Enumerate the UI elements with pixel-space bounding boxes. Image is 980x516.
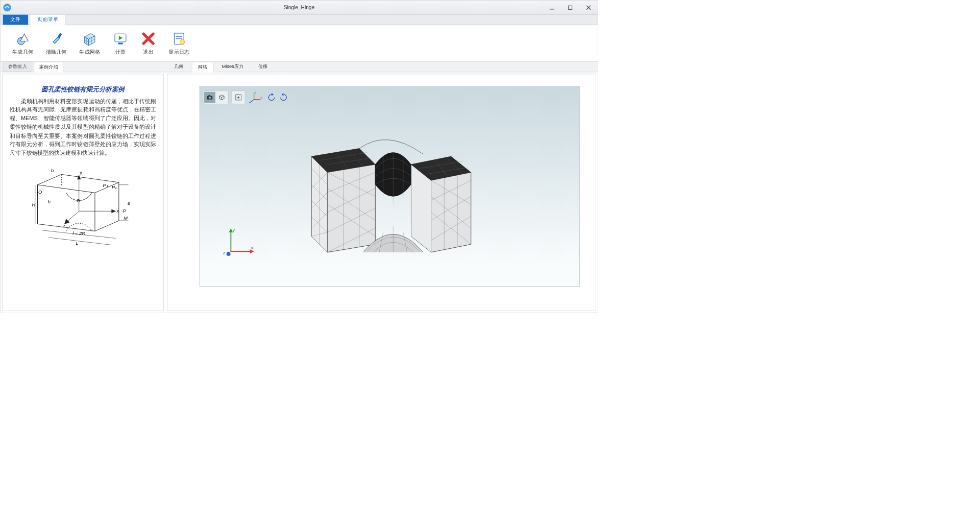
tab-case-intro[interactable]: 案例介绍 bbox=[34, 62, 63, 72]
lbl-h: h bbox=[48, 199, 51, 204]
lbl-P1: P₁ bbox=[103, 183, 108, 188]
view-tab-strip: 几何 网格 Mises应力 位移 bbox=[165, 62, 598, 72]
right-panel: 几何 网格 Mises应力 位移 bbox=[165, 62, 598, 313]
maximize-button[interactable] bbox=[561, 0, 579, 14]
fit-view-icon[interactable] bbox=[233, 91, 244, 103]
tab-geometry[interactable]: 几何 bbox=[168, 61, 189, 72]
svg-text:x: x bbox=[251, 245, 253, 250]
tab-displacement[interactable]: 位移 bbox=[252, 61, 274, 72]
lbl-x: x bbox=[116, 208, 119, 214]
svg-line-40 bbox=[250, 100, 254, 103]
toolbar-label: 清除几何 bbox=[46, 49, 67, 56]
window-title: Single_Hinge bbox=[1, 5, 598, 11]
svg-marker-24 bbox=[112, 209, 116, 213]
svg-line-28 bbox=[48, 238, 115, 245]
mesh-model bbox=[304, 125, 483, 256]
exit-button[interactable]: 退出 bbox=[134, 28, 162, 59]
ribbon-tab-strip: 文件 页面菜单 bbox=[1, 15, 598, 25]
intro-paragraph: 柔顺机构利用材料变形实现运动的传递，相比于传统刚性机构具有无间隙、无摩擦损耗和高… bbox=[10, 97, 157, 158]
svg-rect-14 bbox=[118, 42, 122, 44]
lbl-O: O bbox=[38, 190, 42, 195]
lbl-P: P bbox=[123, 208, 127, 214]
svg-text:x: x bbox=[260, 96, 262, 99]
cube-view-icon[interactable] bbox=[216, 91, 227, 103]
intro-title: 圆孔柔性铰链有限元分析案例 bbox=[10, 85, 157, 95]
svg-point-33 bbox=[209, 96, 211, 99]
lbl-Pv: Pᵥ bbox=[112, 184, 117, 190]
compute-button[interactable]: 计算 bbox=[107, 28, 135, 59]
toolbar-label: 显示日志 bbox=[168, 49, 189, 56]
svg-point-48 bbox=[227, 252, 231, 256]
tab-param-input[interactable]: 参数输入 bbox=[3, 61, 32, 72]
lbl-L: L bbox=[76, 241, 78, 245]
log-icon bbox=[172, 31, 187, 46]
toolbar-label: 退出 bbox=[143, 49, 153, 56]
viewport-canvas[interactable]: x y z bbox=[200, 86, 580, 287]
lbl-H: H bbox=[32, 202, 36, 207]
minimize-button[interactable] bbox=[543, 0, 561, 14]
svg-marker-52 bbox=[327, 165, 375, 252]
svg-rect-34 bbox=[209, 95, 211, 96]
axes-indicator: x y z bbox=[219, 225, 255, 263]
show-log-button[interactable]: 显示日志 bbox=[162, 28, 196, 59]
ribbon-tab-file[interactable]: 文件 bbox=[3, 14, 28, 25]
svg-point-20 bbox=[180, 39, 184, 44]
clear-geometry-button[interactable]: 清除几何 bbox=[39, 28, 73, 59]
hinge-diagram: y x z C O H b h P₁ Pᵥ e P M l = 2R bbox=[23, 161, 142, 245]
generate-geometry-button[interactable]: 生成几何 bbox=[6, 28, 40, 59]
brush-icon bbox=[48, 31, 64, 46]
toolbar-label: 生成网格 bbox=[79, 49, 100, 56]
axes-indicator-small: x y z bbox=[249, 90, 262, 105]
screenshot-icon[interactable] bbox=[204, 91, 215, 103]
svg-text:z: z bbox=[223, 250, 226, 255]
lbl-e: e bbox=[128, 200, 130, 205]
close-x-icon bbox=[141, 31, 156, 46]
toolbar-label: 计算 bbox=[115, 49, 126, 56]
toolbar-label: 生成几何 bbox=[12, 49, 33, 56]
lbl-M: M bbox=[124, 216, 128, 221]
svg-point-0 bbox=[4, 4, 11, 11]
lbl-y: y bbox=[80, 170, 82, 175]
app-logo bbox=[3, 3, 11, 12]
tab-mesh[interactable]: 网格 bbox=[192, 62, 213, 72]
titlebar: Single_Hinge bbox=[1, 1, 598, 15]
ribbon-tab-page-menu[interactable]: 页面菜单 bbox=[30, 14, 66, 26]
case-intro-body: 圆孔柔性铰链有限元分析案例 柔顺机构利用材料变形实现运动的传递，相比于传统刚性机… bbox=[2, 74, 164, 311]
compute-icon bbox=[113, 31, 128, 46]
rotate-ccw-icon[interactable] bbox=[278, 91, 289, 103]
rotate-cw-icon[interactable] bbox=[266, 91, 277, 103]
geometry-icon bbox=[15, 31, 31, 46]
ribbon-toolbar: 生成几何 清除几何 生成网格 计算 退出 bbox=[1, 25, 598, 62]
viewport-toolbar: x y z bbox=[203, 90, 290, 105]
close-button[interactable] bbox=[579, 0, 598, 14]
lbl-C: C bbox=[77, 198, 80, 203]
svg-rect-2 bbox=[569, 6, 572, 9]
tab-mises[interactable]: Mises应力 bbox=[216, 61, 250, 72]
left-tab-strip: 参数输入 案例介绍 bbox=[1, 62, 165, 72]
left-panel: 参数输入 案例介绍 圆孔柔性铰链有限元分析案例 柔顺机构利用材料变形实现运动的传… bbox=[1, 62, 165, 313]
svg-text:y: y bbox=[232, 227, 235, 232]
lbl-z: z bbox=[63, 223, 65, 228]
lbl-b: b bbox=[51, 168, 54, 173]
svg-line-25 bbox=[66, 211, 79, 222]
mesh-icon bbox=[82, 31, 97, 46]
lbl-l2R: l = 2R bbox=[72, 231, 85, 236]
svg-text:z: z bbox=[249, 100, 250, 103]
svg-text:y: y bbox=[255, 90, 257, 93]
generate-mesh-button[interactable]: 生成网格 bbox=[73, 28, 107, 59]
